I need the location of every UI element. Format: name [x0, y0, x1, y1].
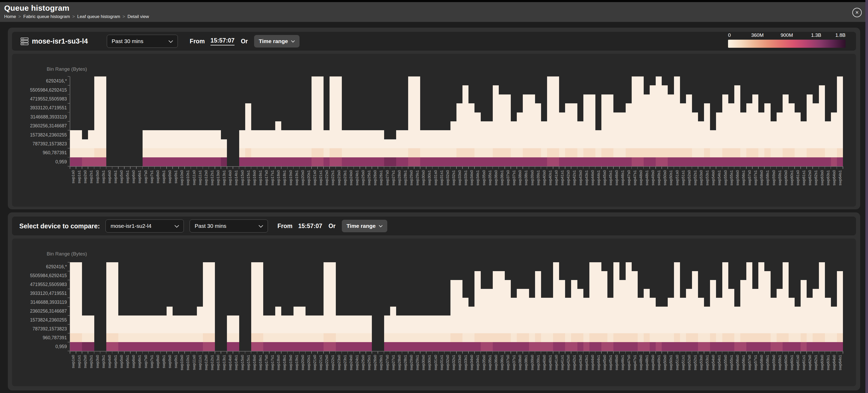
- heatmap-column-swp45s0: [601, 76, 608, 166]
- port-label: swp13s0: [215, 355, 221, 385]
- heatmap-cell: [106, 262, 112, 271]
- port-label: swp25s1: [366, 170, 372, 201]
- port-label: swp4s0: [106, 170, 112, 201]
- heatmap-cell: [155, 139, 161, 148]
- heatmap-cell: [777, 324, 783, 333]
- heatmap-cell: [674, 307, 680, 316]
- port-label: swp46s0: [613, 170, 619, 201]
- x-axis-tick: [661, 167, 662, 169]
- heatmap-cell: [559, 139, 565, 148]
- heatmap-column-swp26s0: [372, 262, 378, 351]
- heatmap-cell: [734, 333, 740, 342]
- heatmap-cell: [94, 112, 100, 121]
- heatmap-cell: [595, 324, 601, 333]
- port-label: swp31s1: [438, 170, 444, 201]
- heatmap-cell: [650, 342, 656, 351]
- port-label: swp21s0: [312, 355, 317, 385]
- heatmap-cell: [257, 130, 263, 139]
- heatmap-cell: [166, 148, 173, 157]
- heatmap-cell: [571, 342, 577, 351]
- x-axis-tick: [692, 352, 692, 354]
- heatmap-column-swp42s0: [565, 76, 571, 166]
- port-label: swp64s0: [831, 355, 837, 385]
- from-time-value[interactable]: 15:57:07: [211, 37, 235, 45]
- heatmap-cell: [457, 298, 462, 307]
- heatmap-cell: [323, 324, 330, 333]
- breadcrumb-item[interactable]: Fabric queue histogram: [23, 14, 70, 19]
- heatmap-cell: [70, 139, 76, 148]
- x-axis-tick: [148, 167, 149, 169]
- breadcrumb-item[interactable]: Leaf queue histogram: [77, 14, 120, 19]
- heatmap-cell: [601, 157, 608, 166]
- port-label: swp16s1: [257, 355, 263, 385]
- heatmap-cell: [511, 121, 517, 130]
- x-axis-tick: [353, 167, 354, 169]
- y-axis-tick: [68, 342, 70, 342]
- heatmap-column-swp52s0: [686, 262, 692, 351]
- port-label: swp22s0: [323, 170, 330, 201]
- heatmap-cell: [76, 271, 82, 280]
- bin-range-label: 5505984,6292415: [30, 88, 67, 93]
- heatmap-cell: [752, 95, 758, 103]
- heatmap-cell: [547, 342, 553, 351]
- x-axis-tick: [843, 352, 843, 354]
- heatmap-cell: [408, 112, 414, 121]
- breadcrumb-separator: >: [18, 14, 21, 19]
- from-time-value-2[interactable]: 15:57:07: [298, 223, 322, 230]
- time-preset-dropdown-2[interactable]: Past 30 mins: [190, 220, 268, 232]
- heatmap-cell: [819, 316, 825, 324]
- heatmap-cell: [143, 157, 149, 166]
- heatmap-cell: [801, 139, 807, 148]
- heatmap-cell: [468, 103, 474, 112]
- time-range-button[interactable]: Time range: [254, 35, 300, 47]
- heatmap-cell: [438, 130, 444, 139]
- heatmap-cell: [179, 148, 185, 157]
- x-axis-tick: [601, 167, 602, 169]
- heatmap-cell: [300, 157, 306, 166]
- time-range-button-2[interactable]: Time range: [342, 220, 387, 232]
- heatmap-cell: [317, 121, 323, 130]
- bin-range-label: 960,787391: [43, 150, 67, 156]
- heatmap-cell: [203, 271, 209, 280]
- heatmap-column-swp10s0: [179, 76, 185, 166]
- heatmap-cell: [384, 316, 390, 324]
- heatmap-cell: [547, 157, 553, 166]
- x-axis-tick: [764, 167, 765, 169]
- time-preset-dropdown[interactable]: Past 30 mins: [107, 35, 178, 48]
- heatmap-cell: [825, 333, 831, 342]
- heatmap-cell: [444, 130, 451, 139]
- heatmap-cell: [758, 307, 764, 316]
- heatmap-cell: [451, 157, 457, 166]
- heatmap-cell: [626, 103, 632, 112]
- y-axis-tick: [68, 315, 70, 316]
- heatmap-column-swp24s0: [348, 76, 354, 166]
- port-label: swp57s1: [752, 355, 758, 385]
- heatmap-cell: [293, 139, 300, 148]
- y-axis-title: Bin Range (Bytes): [24, 66, 87, 72]
- x-axis-tick: [221, 167, 221, 169]
- heatmap-column-swp47s0: [626, 76, 632, 166]
- heatmap-column-swp38s1: [523, 76, 529, 166]
- heatmap-cell: [462, 307, 468, 316]
- bin-range-label: 4719552,5505983: [30, 96, 67, 102]
- heatmap-cell: [396, 342, 402, 351]
- x-axis-tick: [529, 352, 529, 354]
- heatmap-cell: [777, 112, 783, 121]
- y-axis-tick: [68, 121, 70, 122]
- close-button[interactable]: ×: [852, 8, 862, 17]
- heatmap-cell: [185, 148, 191, 157]
- heatmap-cell: [372, 139, 378, 148]
- breadcrumb-item[interactable]: Detail view: [127, 14, 149, 19]
- x-axis-tick: [734, 352, 735, 354]
- heatmap-cell: [203, 333, 209, 342]
- heatmap-cell: [740, 157, 746, 166]
- y-axis-tick: [68, 324, 70, 325]
- heatmap-cell: [451, 289, 457, 298]
- heatmap-cell: [752, 333, 758, 342]
- heatmap-cell: [468, 307, 474, 316]
- breadcrumb-item[interactable]: Home: [4, 14, 16, 19]
- x-axis-tick: [468, 167, 469, 169]
- compare-device-dropdown[interactable]: mose-isr1-su2-l4: [105, 220, 184, 232]
- heatmap-cell: [632, 85, 638, 94]
- x-axis-tick: [450, 167, 451, 169]
